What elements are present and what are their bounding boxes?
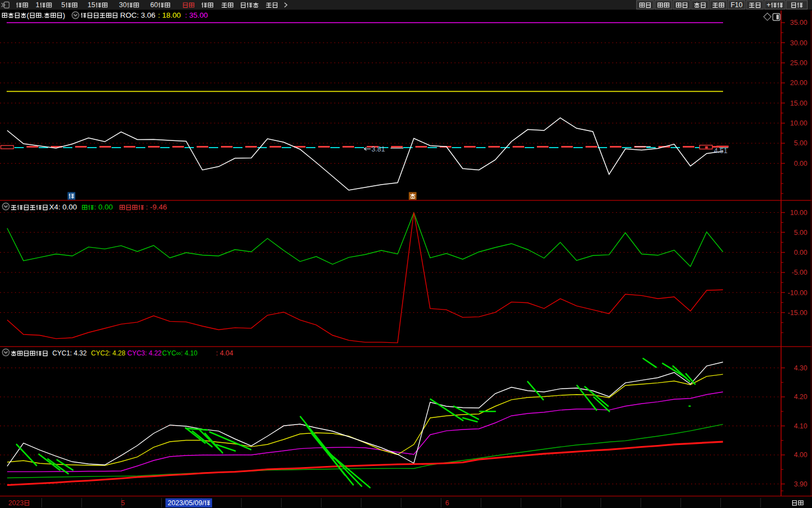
svg-text:CYC∞: 4.10: CYC∞: 4.10 [162, 349, 198, 357]
svg-text:4.10: 4.10 [794, 422, 807, 430]
svg-text:3.81: 3.81 [372, 145, 385, 153]
svg-text:3.90: 3.90 [794, 480, 807, 488]
svg-text:ROC: 3.06: ROC: 3.06 [120, 11, 155, 19]
svg-text:0.00: 0.00 [794, 249, 807, 256]
svg-text:F10: F10 [731, 1, 743, 9]
svg-text:6: 6 [445, 499, 449, 507]
svg-text:CYC3: 4.22: CYC3: 4.22 [128, 349, 162, 357]
svg-text:CYC2: 4.28: CYC2: 4.28 [91, 349, 125, 357]
svg-text:2023/05/09/: 2023/05/09/ [168, 499, 205, 507]
svg-text:15: 15 [88, 1, 96, 9]
svg-text:: 35.00: : 35.00 [185, 11, 208, 19]
svg-text:15.00: 15.00 [790, 99, 807, 107]
svg-text:5: 5 [121, 499, 125, 507]
svg-text:4.00: 4.00 [794, 451, 807, 459]
svg-text:10.00: 10.00 [790, 209, 807, 217]
svg-text:20.00: 20.00 [790, 79, 807, 87]
svg-text:30.00: 30.00 [790, 39, 807, 47]
svg-text:X4: 0.00: X4: 0.00 [49, 203, 77, 211]
svg-text:(: ( [27, 11, 29, 19]
svg-text:4.30: 4.30 [794, 364, 807, 372]
svg-text:4.20: 4.20 [794, 393, 807, 401]
svg-text:1: 1 [36, 1, 40, 9]
svg-text:60: 60 [150, 1, 158, 9]
svg-text:: 0.00: : 0.00 [94, 203, 113, 211]
svg-text:5.00: 5.00 [794, 229, 807, 237]
svg-text:10.00: 10.00 [790, 119, 807, 127]
svg-text:): ) [62, 11, 65, 19]
svg-text:35.00: 35.00 [790, 19, 807, 27]
svg-text:30: 30 [119, 1, 127, 9]
svg-text:-10.00: -10.00 [788, 289, 807, 297]
svg-text:: 4.04: : 4.04 [216, 349, 233, 357]
svg-text:25.00: 25.00 [790, 59, 807, 67]
svg-text:-5.00: -5.00 [792, 269, 808, 276]
svg-text:: -9.46: : -9.46 [146, 203, 167, 211]
svg-text:+: + [767, 1, 771, 9]
svg-text:2023: 2023 [8, 499, 24, 507]
svg-text:: 18.00: : 18.00 [158, 11, 181, 19]
svg-text:5: 5 [61, 1, 65, 9]
svg-text:CYC1: 4.32: CYC1: 4.32 [52, 349, 87, 357]
svg-text:-15.00: -15.00 [788, 309, 807, 317]
svg-text:0.00: 0.00 [794, 160, 807, 167]
svg-text:.: . [42, 11, 44, 19]
svg-text:4.51: 4.51 [714, 147, 727, 155]
svg-text:5.00: 5.00 [794, 139, 807, 147]
